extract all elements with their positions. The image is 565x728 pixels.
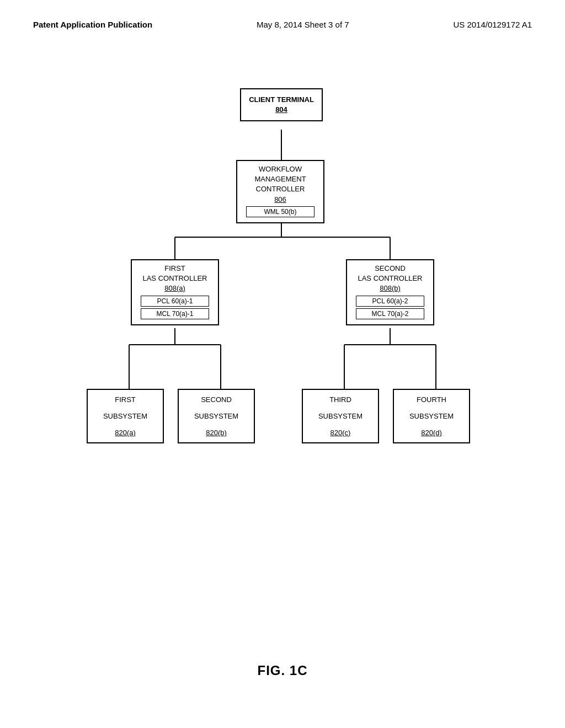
publication-title: Patent Application Publication <box>33 20 152 29</box>
first-las-pcl: PCL 60(a)-1 <box>141 296 209 307</box>
second-las-controller-box: SECOND LAS CONTROLLER 808(b) PCL 60(a)-2… <box>346 259 434 325</box>
client-terminal-box: CLIENT TERMINAL 804 <box>240 88 323 121</box>
patent-number: US 2014/0129172 A1 <box>453 20 532 29</box>
figure-label: FIG. 1C <box>257 663 307 678</box>
page-header: Patent Application Publication May 8, 20… <box>0 20 565 29</box>
second-las-pcl: PCL 60(a)-2 <box>356 296 424 307</box>
diagram-container: CLIENT TERMINAL 804 WORKFLOW MANAGEMENT … <box>0 88 565 474</box>
first-las-controller-box: FIRST LAS CONTROLLER 808(a) PCL 60(a)-1 … <box>131 259 219 325</box>
second-las-mcl: MCL 70(a)-2 <box>356 308 424 319</box>
first-las-label: FIRST LAS CONTROLLER 808(a) <box>137 264 212 294</box>
second-subsystem-box: SECOND SUBSYSTEM 820(b) <box>178 389 255 443</box>
wml-label: WML 50(b) <box>246 206 315 217</box>
fourth-subsystem-box: FOURTH SUBSYSTEM 820(d) <box>393 389 470 443</box>
date-sheet: May 8, 2014 Sheet 3 of 7 <box>257 20 349 29</box>
client-terminal-label: CLIENT TERMINAL 804 <box>248 95 315 115</box>
first-subsystem-box: FIRST SUBSYSTEM 820(a) <box>87 389 164 443</box>
workflow-controller-box: WORKFLOW MANAGEMENT CONTROLLER 806 WML 5… <box>236 160 324 223</box>
second-las-label: SECOND LAS CONTROLLER 808(b) <box>353 264 428 294</box>
first-las-mcl: MCL 70(a)-1 <box>141 308 209 319</box>
third-subsystem-box: THIRD SUBSYSTEM 820(c) <box>302 389 379 443</box>
diagram: CLIENT TERMINAL 804 WORKFLOW MANAGEMENT … <box>76 88 489 474</box>
workflow-label: WORKFLOW MANAGEMENT CONTROLLER 806 <box>243 164 318 205</box>
